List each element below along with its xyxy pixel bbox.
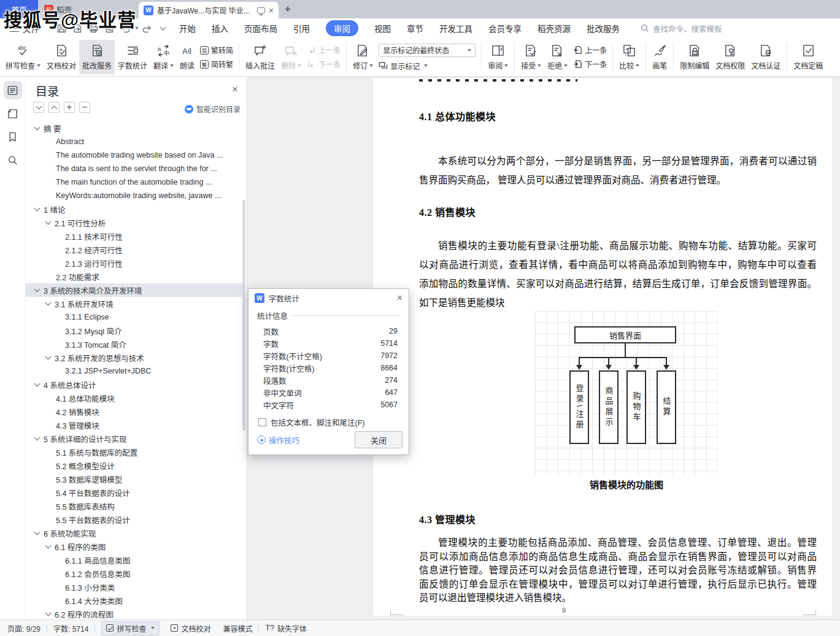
tab-correction-service[interactable]: 批改服务 [587,22,620,34]
outline-item[interactable]: 2.1.3 运行可行性 [26,256,243,270]
close-tab-icon[interactable]: × [269,6,274,15]
proofread-toggle[interactable]: × 文档校对 [171,623,210,634]
save-button[interactable] [53,21,69,36]
tips-link[interactable]: 操作技巧 [257,434,299,446]
outline-item[interactable]: 4.3 管理模块 [26,418,243,432]
tab-document[interactable]: W 基于JavaWe...与实现 毕业论文 × [139,2,279,18]
spellcheck-toggle[interactable]: 拼写检查 [101,621,160,635]
track-changes-button[interactable]: 修订 [350,40,376,74]
review-panel-button[interactable] [4,104,22,123]
proofread-button[interactable]: a- 文档校对 [44,40,79,74]
insert-comment-button[interactable]: 插入批注 [242,40,278,74]
tab-insert[interactable]: 插入 [212,22,228,34]
present-icon[interactable] [257,7,265,13]
close-dialog-icon[interactable]: × [397,293,403,303]
outline-item[interactable]: 3.2.1 JSP+Servlet+JDBC [26,364,243,378]
outline-item-selected[interactable]: 3 系统的技术简介及开发环境 [26,283,243,297]
outline-item[interactable]: 2.1.2 经济可行性 [26,243,243,256]
collapse-level-button[interactable]: − [79,102,90,113]
tab-section[interactable]: 章节 [407,22,423,34]
outline-item[interactable]: 6.1.2 会员信息类图 [26,567,243,580]
outline-item[interactable]: 摘 要 [26,121,243,135]
find-panel-button[interactable] [4,151,22,169]
outline-item[interactable]: 1 绪论 [26,202,243,216]
outline-item[interactable]: 5 系统详细的设计与实现 [26,432,243,445]
outline-item[interactable]: KeyWords:automobile trading website, jav… [26,189,243,202]
more-commands-button[interactable] [155,21,171,36]
export-button[interactable] [69,21,85,36]
trad-to-simp-button[interactable]: 简繁转简 [200,45,233,55]
smart-recognize-button[interactable]: 智能识别目录 [185,104,241,114]
outline-item[interactable]: 3.1.1 Eclipse [26,310,243,324]
tab-review[interactable]: 审阅 [326,20,358,36]
file-menu-button[interactable]: 文件 [0,22,45,34]
outline-item[interactable]: 6.1.4 大分类类图 [26,594,243,607]
restrict-edit-button[interactable]: 限制编辑 [677,40,712,74]
reject-button[interactable]: 拒绝 [544,40,571,74]
outline-item[interactable]: 2.1.1 技术可行性 [26,229,243,243]
tab-home[interactable]: 首页 [0,0,38,18]
outline-item[interactable]: 3.2 系统开发的思想与技术 [26,351,243,364]
tab-dev-tools[interactable]: 开发工具 [439,22,472,34]
close-button[interactable]: 关闭 [355,431,403,448]
outline-item[interactable]: 5.5 平台数据表的设计 [26,513,243,526]
show-markup-button[interactable]: 显示标记 [379,61,476,71]
outline-item[interactable]: 5.2 概念模型设计 [26,459,243,472]
bookmark-panel-button[interactable] [4,128,22,146]
doc-permission-button[interactable]: 文档权限 [712,40,748,74]
outline-item[interactable]: 6.2 程序的流程图 [26,607,243,619]
correction-service-button[interactable]: 批改服务 [79,40,115,74]
tab-member[interactable]: 会员专享 [488,22,522,34]
scrollbar-thumb[interactable] [242,200,245,431]
doc-certify-button[interactable]: 文档认证 [748,40,784,74]
tab-home-ribbon[interactable]: 开始 [179,22,196,34]
tab-store[interactable]: 稻 稻壳 [44,0,72,18]
collapse-all-button[interactable] [48,102,60,113]
review-pane-button[interactable]: 审阅 [485,40,511,74]
outline-item[interactable]: 3.1 系统开发环境 [26,297,243,310]
translate-button[interactable]: a中 翻译 [150,40,177,74]
word-count-button[interactable]: 字数统计 [115,40,150,74]
outline-item[interactable]: 6.1.1 商品信息类图 [26,553,243,567]
outline-item[interactable]: 6.1 程序的类图 [26,540,243,553]
simp-to-trad-button[interactable]: 繁简转繁 [200,59,233,69]
outline-item[interactable]: 5.3 数据库逻辑模型 [26,472,243,486]
outline-item[interactable]: 3.1.3 Tomcat 简介 [26,337,243,351]
missing-font-indicator[interactable]: T? 缺失字体 [265,623,307,634]
close-panel-icon[interactable]: × [232,83,238,96]
outline-item[interactable]: 4 系统总体设计 [26,378,243,391]
outline-item[interactable]: The automobile trading website based on … [26,148,243,162]
tab-page-layout[interactable]: 页面布局 [244,22,277,34]
tab-references[interactable]: 引用 [293,22,310,34]
word-count-indicator[interactable]: 字数: 5714 [53,623,88,634]
outline-item[interactable]: 4.1 总体功能模块 [26,391,243,405]
next-change-button[interactable]: 下一条 [573,59,607,69]
redo-button[interactable] [139,21,155,36]
pen-button[interactable]: 画笔 [649,40,670,74]
outline-item[interactable]: 2.1 可行性分析 [26,216,243,229]
tab-docer-resources[interactable]: 稻壳资源 [538,22,571,34]
outline-item[interactable]: 3.1.2 Mysql 简介 [26,324,243,337]
command-search[interactable]: 查找命令、搜索模板 [641,23,722,34]
new-tab-button[interactable]: + [285,3,291,15]
outline-item[interactable]: The main function of the automobile trad… [26,175,243,189]
document-page[interactable]: 4.1 总体功能模块 本系统可以分为两个部分，一部分是销售界面，另一部分是管理界… [373,78,832,616]
undo-button[interactable] [117,21,133,36]
outline-item[interactable]: 5.5 数据库表结构 [26,499,243,513]
outline-item[interactable]: 6 系统功能实现 [26,526,243,540]
tab-view[interactable]: 视图 [374,22,391,34]
outline-item[interactable]: Abstract [26,135,243,148]
page-indicator[interactable]: 页面: 9/29 [7,623,40,634]
read-aloud-button[interactable]: A 朗读 [177,40,198,74]
outline-item[interactable]: The data is sent to the servlet through … [26,162,243,175]
print-button[interactable] [85,21,101,36]
accept-button[interactable]: 接受 [518,40,544,74]
prev-change-button[interactable]: 上一条 [573,45,607,55]
doc-finalize-button[interactable]: 文档定稿 [790,40,826,74]
outline-item[interactable]: 4.2 销售模块 [26,405,243,418]
outline-item[interactable]: 5.1 系统与数据库的配置 [26,445,243,459]
outline-item[interactable]: 2.2 功能需求 [26,270,243,283]
compat-mode-indicator[interactable]: 兼容模式 [223,623,252,634]
print-preview-button[interactable] [101,21,117,36]
spellcheck-button[interactable]: abc 拼写检查 [2,40,44,74]
